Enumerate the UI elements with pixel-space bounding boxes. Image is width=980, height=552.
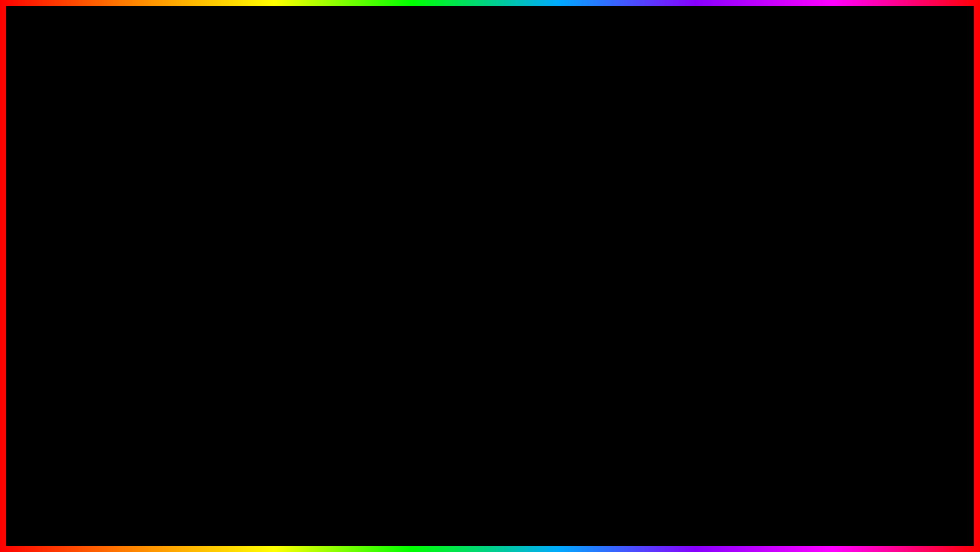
window-front-controls: − ✕ [588,191,614,203]
nav-items-dot [338,263,342,267]
heart-logo [47,158,159,270]
svg-text:FRUITS: FRUITS [900,528,926,536]
nav-devil-fruit-dot [263,251,267,255]
auto-farm-gun-row: Auto Farm Gun Mastery [409,296,614,312]
window-back-title: Goblin Hub [263,150,301,158]
main-farm-sub: Click to Box to Farm, I ready update new… [409,224,527,230]
auto-race-label: Auto Race(V1 - V2 - V3) [334,174,405,182]
update-label: UPDATE [31,485,216,531]
window-front-sidebar: Welcome General Settings Items Raid [332,207,403,359]
auto-farm-bf-label: Auto Farm BF Mastery [409,284,476,292]
window-front-titlebar: Goblin Hub − ✕ [332,187,620,207]
window-back-titlebar: Goblin Hub − ✕ [257,145,543,164]
window-front-body: Welcome General Settings Items Raid [332,207,620,359]
nav-world-teleport[interactable]: World Teleport [257,215,327,230]
window-front-title: Goblin Hub [338,193,376,201]
nav-settings[interactable]: Settings [332,242,403,257]
auto-race-row: Auto Race(V1 - V2 - V3) [334,170,537,186]
nav-local-players[interactable]: Local Players [257,200,327,215]
nav-welcome[interactable]: Welcome [332,212,403,227]
main-farm-label-group: Main Farm Click to Box to Farm, I ready … [409,216,527,230]
nav-status-sever-dot [263,236,267,240]
auto-farm-toggle[interactable] [605,237,614,246]
title-blox: BLOX [237,16,452,98]
nav-raid-front-dot [338,278,342,282]
svg-rect-44 [911,505,914,509]
mastery-menu-sub: Click To Box to Start Farm Mastery [409,271,488,277]
window-front-content: Main Farm Click to Box to Farm, I ready … [403,207,620,359]
mastery-section-label: Mastery Menu [409,249,614,259]
nav-raid-dot [263,190,267,194]
nav-local-players-dot [263,205,267,209]
script-label: SCRIPT [282,485,450,531]
main-farm-label: Main Farm [409,216,527,223]
svg-rect-45 [916,505,919,509]
mastery-menu-label: Mastery Menu [409,263,488,270]
mastery-menu-row: Mastery Menu Click To Box to Start Farm … [409,259,614,280]
auto-farm-bf-row: Auto Farm BF Mastery [409,280,614,296]
window-back-controls: − ✕ [512,149,537,160]
background: BLOX FRUITS [6,6,974,546]
window-back-minimize[interactable]: − [512,149,523,160]
window-front-minimize[interactable]: − [588,191,599,203]
window-front-close[interactable]: ✕ [603,191,614,203]
svg-point-41 [904,497,909,502]
pastebin-label: PASTEBIN [457,485,685,531]
auto-farm-row: Auto Farm [409,234,614,249]
nav-esp[interactable]: ESP [257,169,327,184]
nav-raid[interactable]: Raid [257,184,327,200]
bottom-text: UPDATE 20 SCRIPT PASTEBIN [31,485,685,531]
bf-logo-bottom: FRUITS [862,470,964,536]
nav-settings-dot [338,248,342,252]
main-farm-row: Main Farm Click to Box to Farm, I ready … [409,213,614,234]
svg-point-27 [103,209,106,212]
auto-race-toggle[interactable] [528,173,537,182]
nav-items[interactable]: Items [332,257,403,273]
nav-general[interactable]: General [332,227,403,242]
nav-world-teleport-dot [263,220,267,224]
window-front: Goblin Hub − ✕ Welcome General Se [331,186,621,360]
nav-local-players-front-dot [338,294,342,298]
auto-farm-label: Auto Farm [409,238,440,245]
svg-rect-38 [893,475,933,486]
nav-raid-front[interactable]: Raid [332,273,403,288]
nav-general-dot [338,233,342,237]
nav-esp-dot [263,175,267,179]
update-number: 20 [224,485,274,531]
nav-welcome-dot [338,217,342,221]
auto-farm-gun-label: Auto Farm Gun Mastery [409,300,480,308]
title-fruits: FRUITS [465,16,743,98]
window-back-close[interactable]: ✕ [526,149,537,160]
svg-point-42 [917,497,922,502]
nav-local-players-front[interactable]: Local Players [332,288,403,303]
auto-farm-gun-toggle[interactable] [605,299,614,308]
auto-farm-bf-toggle[interactable] [605,283,614,293]
mastery-menu-label-group: Mastery Menu Click To Box to Start Farm … [409,263,488,277]
svg-rect-43 [907,505,910,509]
title-container: BLOX FRUITS [6,16,974,98]
